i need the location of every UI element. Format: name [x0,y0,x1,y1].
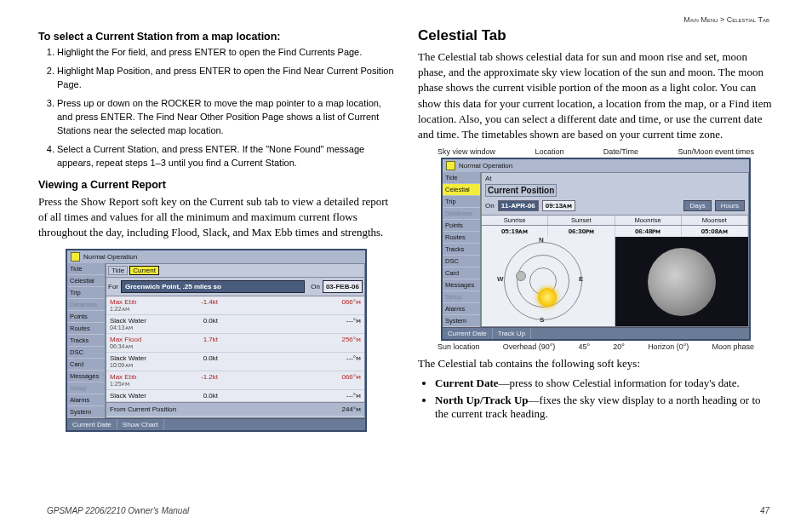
footer-manual: GPSMAP 2206/2210 Owner's Manual [47,506,189,515]
row-name: Slack Water [110,354,171,362]
softkey-current-date[interactable]: Current Date [67,419,117,430]
col-sunrise: Sunrise [482,216,548,225]
tab-tide[interactable]: Tide [67,263,105,275]
annotation-bottom: Sun location Overhead (90°) 45° 20° Hori… [426,342,766,351]
para-celestial: The Celestial tab shows celestial data f… [418,49,774,142]
tab-tide[interactable]: Tide [443,172,480,184]
row-time: 1:22ᴀᴍ [110,306,171,313]
heading-select-station: To select a Current Station from a map l… [38,31,394,43]
report-rows: Max Ebb1:22ᴀᴍ-1.4kt066°ᴍ Slack Water04:1… [106,296,364,402]
steps-list: Highlight the For field, and press ENTER… [38,46,394,170]
current-position[interactable]: Current Position [485,184,557,197]
compass-e: E [579,275,583,283]
heading-view-report: Viewing a Current Report [38,179,394,191]
hours-button[interactable]: Hours [715,200,745,211]
on-date[interactable]: 03-FEB-06 [323,280,363,293]
compass-w: W [497,275,504,283]
annot-sky-view: Sky view window [437,147,495,156]
tab-dsc[interactable]: DSC [443,256,480,267]
tab-routes[interactable]: Routes [67,323,105,335]
tab-dsc[interactable]: DSC [67,347,105,359]
annot-location: Location [535,147,563,156]
softkey-current-date[interactable]: Current Date [443,328,493,339]
col-sunset: Sunset [548,216,615,225]
row-bearing: ---°ᴍ [218,392,361,400]
celestial-pane: At Current Position On 11-APR-06 09:13ᴀᴍ… [481,172,749,327]
moon-icon [648,248,716,316]
on-label: On [485,202,495,210]
annot-20: 20° [613,342,625,351]
row-speed: 0.0kt [171,354,218,369]
annot-moon-phase: Moon phase [712,342,754,351]
tab-system[interactable]: System [67,406,105,418]
left-column: To select a Current Station from a map l… [38,24,394,432]
side-tabs: Tide Celestial Trip Database Points Rout… [443,172,481,327]
tab-system[interactable]: System [443,315,480,327]
annotation-top: Sky view window Location Date/Time Sun/M… [426,147,766,156]
tab-points[interactable]: Points [67,311,105,323]
tab-database[interactable]: Database [443,208,480,220]
row-bearing: ---°ᴍ [218,354,361,369]
row-time: 1:25ᴘᴍ [110,381,171,388]
sun-icon [538,288,557,307]
tab-alarms[interactable]: Alarms [443,303,480,315]
subtab-tide[interactable]: Tide [108,266,128,275]
softkey-show-chart[interactable]: Show Chart [117,419,164,430]
days-button[interactable]: Days [683,200,711,211]
tab-card[interactable]: Card [443,267,480,279]
tab-trip[interactable]: Trip [67,287,105,299]
tab-routes[interactable]: Routes [443,232,480,244]
moon-phase-box [615,237,748,326]
row-speed: 1.7kt [171,336,218,350]
row-bearing: 256°ᴍ [218,336,361,350]
on-label: On [311,283,320,290]
para-show-report: Press the Show Report soft key on the Cu… [38,194,394,241]
annot-overhead: Overhead (90°) [503,342,556,351]
annot-horizon: Horizon (0°) [648,342,689,351]
date-field[interactable]: 11-APR-06 [498,200,539,211]
tab-messages[interactable]: Messages [67,371,105,382]
softkey-item: North Up/Track Up—fixes the sky view dis… [435,394,774,421]
row-time: 06:34ᴀᴍ [110,343,171,350]
row-bearing: 066°ᴍ [218,373,361,388]
footer-page: 47 [760,506,769,515]
col-moonrise: Moonrise [615,216,682,225]
compass-s: S [540,316,544,324]
para-softkeys: The Celestial tab contains the following… [418,356,774,371]
annot-event-times: Sun/Moon event times [678,147,754,156]
annot-sun-loc: Sun location [437,342,480,351]
val-moonset: 05:08ᴀᴍ [682,226,748,237]
device-title: Normal Operation [459,162,512,170]
tab-tracks[interactable]: Tracks [443,244,480,256]
tab-trip[interactable]: Trip [443,196,480,208]
sky-view: N S E W [482,237,615,326]
tab-celestial[interactable]: Celestial [443,184,480,196]
compass-n: N [539,236,544,244]
device-title: Normal Operation [83,253,137,261]
row-speed: -1.4kt [171,298,218,313]
status-icon [71,252,80,262]
softkey-term: Current Date [435,377,499,389]
tab-card[interactable]: Card [67,359,105,371]
tab-database[interactable]: Database [67,299,105,311]
for-label: For [108,283,118,290]
tab-celestial[interactable]: Celestial [67,275,105,287]
tab-messages[interactable]: Messages [443,279,480,291]
softkey-term: North Up/Track Up [435,394,529,406]
col-moonset: Moonset [682,216,748,225]
tab-setup[interactable]: Setup [443,291,480,303]
softkey-item: Current Date—press to show Celestial inf… [435,377,774,390]
time-field[interactable]: 09:13ᴀᴍ [542,200,575,211]
screenshot-current-report: Normal Operation Tide Celestial Trip Dat… [66,249,367,432]
annot-45: 45° [579,342,591,351]
subtab-current[interactable]: Current [129,266,159,275]
softkey-track-up[interactable]: Track Up [493,328,531,339]
tab-points[interactable]: Points [443,220,480,232]
tab-alarms[interactable]: Alarms [67,394,105,406]
header-breadcrumb: Main Menu > Celestial Tab [683,15,769,24]
tab-tracks[interactable]: Tracks [67,335,105,347]
row-bearing: ---°ᴍ [218,317,361,331]
row-time: 10:09ᴀᴍ [110,362,171,369]
for-value[interactable]: Greenwich Point, .25 miles so [121,280,305,293]
tab-setup[interactable]: Setup [67,382,105,394]
